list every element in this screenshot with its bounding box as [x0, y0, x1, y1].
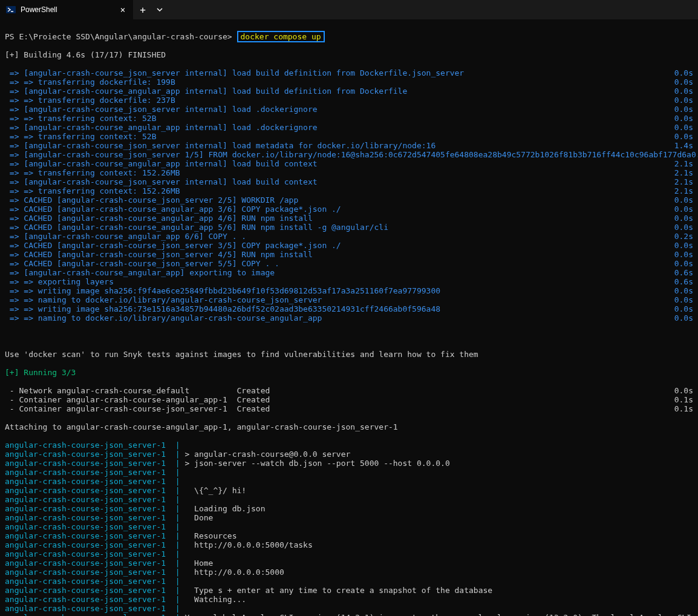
- service-line: angular-crash-course-json_server-1 |: [5, 477, 693, 486]
- service-line: angular-crash-course-json_server-1 | Typ…: [5, 586, 693, 595]
- command-text: docker compose up: [241, 32, 321, 41]
- terminal-output[interactable]: PS E:\Proiecte SSD\Angular\angular-crash…: [0, 19, 698, 616]
- build-step: => [angular-crash-course_angular_app] ex…: [5, 268, 693, 277]
- build-step: => [angular-crash-course_json_server int…: [5, 141, 693, 150]
- service-line: angular-crash-course-json_server-1 | Res…: [5, 531, 693, 540]
- build-step: => => transferring dockerfile: 237B0.0s: [5, 96, 693, 105]
- tab-title: PowerShell: [21, 5, 113, 14]
- service-line: angular-crash-course-json_server-1 | Loa…: [5, 504, 693, 513]
- build-step: => [angular-crash-course_angular_app 6/6…: [5, 232, 693, 241]
- tab-powershell[interactable]: PowerShell ×: [0, 0, 133, 19]
- service-line: angular-crash-course-json_server-1 | > j…: [5, 459, 693, 468]
- prompt-line: PS E:\Proiecte SSD\Angular\angular-crash…: [5, 32, 693, 41]
- service-line: angular-crash-course-json_server-1 | Wat…: [5, 595, 693, 604]
- close-icon[interactable]: ×: [117, 5, 128, 15]
- build-step: => CACHED [angular-crash-course_json_ser…: [5, 241, 693, 250]
- service-line: angular-crash-course-json_server-1 |: [5, 468, 693, 477]
- build-step: => => writing image sha256:73e1516a34857…: [5, 304, 693, 313]
- build-step: => [angular-crash-course_json_server 1/5…: [5, 150, 693, 159]
- build-step: => [angular-crash-course_json_server int…: [5, 68, 693, 77]
- tab-dropdown-button[interactable]: [152, 5, 167, 15]
- build-step: => CACHED [angular-crash-course_angular_…: [5, 205, 693, 214]
- service-line: angular-crash-course-json_server-1 |: [5, 604, 693, 613]
- build-step: => => transferring context: 52B0.0s: [5, 114, 693, 123]
- service-line: angular-crash-course-json_server-1 | Hom…: [5, 559, 693, 568]
- build-step: => => transferring context: 152.26MB2.1s: [5, 186, 693, 195]
- build-step: => [angular-crash-course_angular_app int…: [5, 123, 693, 132]
- scan-hint: Use 'docker scan' to run Snyk tests agai…: [5, 350, 693, 359]
- container-lines: - Network angular-crash-course_default C…: [5, 386, 693, 413]
- build-step: => => transferring context: 152.26MB2.1s: [5, 168, 693, 177]
- service-line: angular-crash-course-json_server-1 | htt…: [5, 540, 693, 549]
- build-step: => => exporting layers0.6s: [5, 277, 693, 286]
- service-line: angular-crash-course-json_server-1 | htt…: [5, 568, 693, 577]
- build-step: => => naming to docker.io/library/angula…: [5, 313, 693, 323]
- service-line: angular-crash-course-json_server-1 | \{^…: [5, 486, 693, 495]
- build-step: => => writing image sha256:f9f4ae6ce2584…: [5, 286, 693, 295]
- build-step: => CACHED [angular-crash-course_json_ser…: [5, 259, 693, 268]
- service-line: angular-crash-course-json_server-1 |: [5, 495, 693, 504]
- build-step: => [angular-crash-course_json_server int…: [5, 105, 693, 114]
- build-steps: => [angular-crash-course_json_server int…: [5, 68, 693, 323]
- build-step: => [angular-crash-course_angular_app int…: [5, 159, 693, 168]
- service-line: angular-crash-course-json_server-1 |: [5, 522, 693, 531]
- service-output: angular-crash-course-json_server-1 |angu…: [5, 441, 693, 616]
- attaching-line: Attaching to angular-crash-course-angula…: [5, 422, 693, 431]
- build-step: => => naming to docker.io/library/angula…: [5, 295, 693, 304]
- container-line: - Container angular-crash-course-json_se…: [5, 404, 693, 413]
- service-line: angular-crash-course-json_server-1 |: [5, 577, 693, 586]
- build-step: => [angular-crash-course_angular_app int…: [5, 87, 693, 96]
- build-step: => CACHED [angular-crash-course_angular_…: [5, 214, 693, 223]
- tab-bar: PowerShell × +: [0, 0, 698, 19]
- service-line: angular-crash-course-json_server-1 |: [5, 549, 693, 559]
- build-step: => CACHED [angular-crash-course_angular_…: [5, 223, 693, 232]
- blank-line: [5, 332, 693, 341]
- build-step: => [angular-crash-course_json_server int…: [5, 177, 693, 186]
- service-line: angular-crash-course-json_server-1 | > a…: [5, 450, 693, 459]
- service-line: angular-crash-course-json_server-1 | Don…: [5, 513, 693, 522]
- command-highlight: docker compose up: [237, 31, 325, 42]
- build-step: => CACHED [angular-crash-course_json_ser…: [5, 195, 693, 205]
- container-line: - Container angular-crash-course-angular…: [5, 395, 693, 404]
- build-step: => => transferring context: 52B0.0s: [5, 132, 693, 141]
- service-line: angular-crash-course-json_server-1 |: [5, 441, 693, 450]
- new-tab-button[interactable]: +: [133, 4, 152, 16]
- build-step: => CACHED [angular-crash-course_json_ser…: [5, 250, 693, 259]
- building-status: [+] Building 4.6s (17/17) FINISHED: [5, 50, 693, 59]
- running-status: [+] Running 3/3: [5, 368, 693, 377]
- prompt-path: PS E:\Proiecte SSD\Angular\angular-crash…: [5, 32, 232, 41]
- container-line: - Network angular-crash-course_default C…: [5, 386, 693, 395]
- build-step: => => transferring dockerfile: 199B0.0s: [5, 77, 693, 87]
- service-line: angular-crash-course-angular_app-1 | You…: [5, 613, 693, 616]
- powershell-icon: [6, 5, 16, 15]
